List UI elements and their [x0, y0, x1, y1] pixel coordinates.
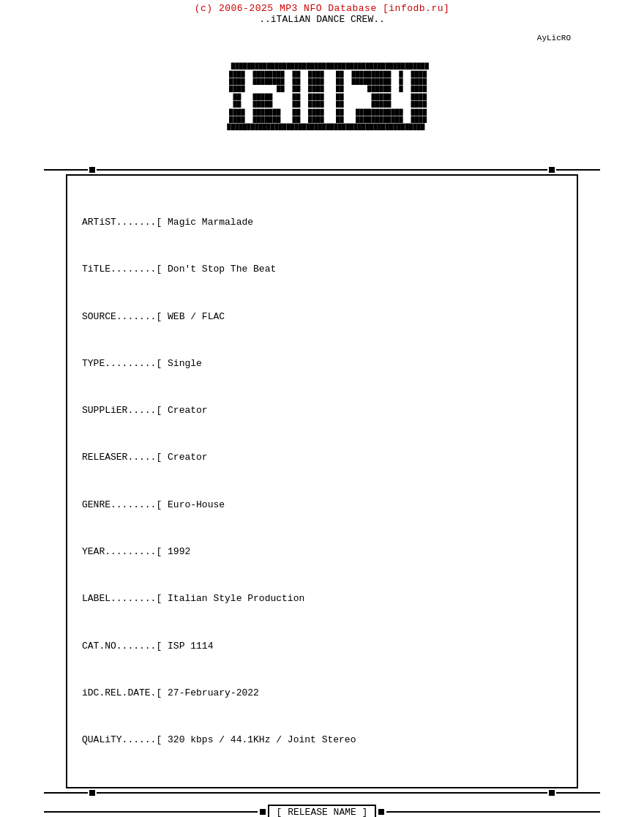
info-title: TiTLE........[ Don't Stop The Beat [82, 261, 562, 277]
ascii-logo: ████████████████████████████████████████… [215, 63, 429, 131]
subtitle-text: ..iTALiAN DANCE CREW.. [259, 14, 385, 25]
info-label: LABEL........[ Italian Style Production [82, 591, 562, 606]
info-genre: GENRE........[ Euro-House [82, 497, 562, 512]
logo-area: AyLicRO ████████████████████████████████… [0, 28, 644, 167]
info-quality: QUALiTY......[ 320 kbps / 44.1KHz / Join… [82, 732, 562, 747]
attribution-text: AyLicRO [537, 34, 571, 42]
info-source: SOURCE.......[ WEB / FLAC [82, 309, 562, 324]
release-name-divider: [ RELEASE NAME ] [44, 805, 600, 817]
info-year: YEAR.........[ 1992 [82, 544, 562, 559]
header-subtitle: ..iTALiAN DANCE CREW.. [259, 14, 385, 25]
page-wrapper: (c) 2006-2025 MP3 NFO Database [infodb.r… [0, 0, 644, 817]
release-name-section: [ RELEASE NAME ] Magic_Marmalade_-_Dont_… [44, 802, 600, 817]
header-credit: (c) 2006-2025 MP3 NFO Database [infodb.r… [195, 3, 450, 14]
info-releaser: RELEASER.....[ Creator [82, 449, 562, 465]
info-section-wrapper: ARTiST.......[ Magic Marmalade TiTLE....… [44, 167, 600, 796]
info-artist: ARTiST.......[ Magic Marmalade [82, 214, 562, 230]
logo-attribution: AyLicRO [537, 34, 571, 42]
bottom-deco-line-info [44, 790, 600, 796]
info-table: ARTiST.......[ Magic Marmalade TiTLE....… [82, 183, 562, 780]
release-name-label: [ RELEASE NAME ] [268, 805, 377, 817]
info-type: TYPE.........[ Single [82, 356, 562, 371]
info-supplier: SUPPLiER.....[ Creator [82, 403, 562, 418]
credit-text: (c) 2006-2025 MP3 NFO Database [infodb.r… [195, 3, 450, 14]
top-deco-line [44, 167, 600, 173]
info-catno: CAT.NO.......[ ISP 1114 [82, 638, 562, 654]
info-box: ARTiST.......[ Magic Marmalade TiTLE....… [66, 174, 578, 788]
info-reldate: iDC.REL.DATE.[ 27-February-2022 [82, 685, 562, 701]
